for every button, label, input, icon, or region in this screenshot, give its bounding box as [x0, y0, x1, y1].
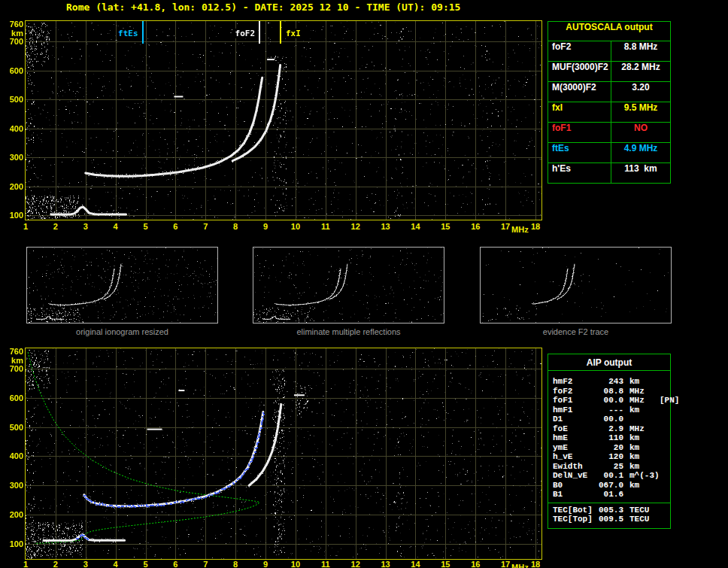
x-tick-label: 11 [319, 560, 332, 568]
x-tick-label: 11 [319, 222, 332, 231]
autoscala-row-value: 4.9 MHz [611, 143, 670, 163]
aip-extra [660, 481, 670, 491]
aip-unit: MHz [623, 424, 660, 434]
y-axis-unit-label: km [3, 356, 23, 365]
aip-unit: MHz [623, 396, 660, 405]
aip-extra: [PN] [660, 396, 679, 405]
y-tick-label: 200 [3, 182, 23, 191]
thumbnail-box [480, 247, 672, 323]
x-tick-label: 3 [79, 222, 93, 231]
aip-val: 08.8 [596, 387, 623, 396]
x-tick-label: 16 [469, 222, 482, 231]
autoscala-row-value: 9.5 MHz [611, 102, 670, 122]
aip-unit: km [623, 405, 660, 415]
aip-table-rows: hmF2243kmfoF208.8MHzfoF100.0MHz[PN]hmF1-… [548, 371, 670, 528]
y-tick-label: 700 [3, 37, 23, 46]
marker-label-ftes: ftEs [117, 29, 139, 38]
x-tick-label: 7 [199, 560, 212, 568]
autoscala-row-label: h'Es [548, 163, 611, 183]
x-tick-label: 16 [469, 560, 482, 568]
bottom-ionogram-plot [25, 348, 542, 560]
aip-val: 067.0 [596, 481, 623, 491]
x-axis-unit-label: MHz [511, 563, 529, 568]
aip-extra [660, 405, 670, 415]
aip-unit [623, 490, 660, 500]
x-tick-label: 6 [168, 222, 182, 231]
y-tick-label: 200 [3, 510, 23, 519]
aip-row-ewidth: Ewidth25km [553, 462, 670, 472]
aip-unit: TECU [623, 506, 660, 515]
autoscala-row-label: ftEs [548, 143, 611, 163]
thumbnail-canvas-eliminate [253, 248, 444, 323]
x-tick-label: 2 [49, 222, 62, 231]
autoscala-row-label: M(3000)F2 [548, 82, 611, 102]
autoscala-row-m-3000-f2: M(3000)F23.20 [548, 82, 670, 102]
thumbnail-evidence-f2-trace: evidence F2 trace [480, 247, 672, 336]
y-tick-label: 100 [3, 539, 23, 548]
y-tick-label: 600 [3, 393, 23, 402]
aip-label: D1 [553, 415, 596, 424]
aip-row-deln-ve: DelN_vE00.1m^(-3) [553, 471, 670, 481]
y-axis-unit-label: km [3, 29, 23, 38]
thumbnail-caption: evidence F2 trace [480, 327, 672, 336]
thumbnail-original-ionogram: original ionogram resized [26, 247, 218, 336]
x-tick-label: 3 [79, 560, 93, 568]
aip-label: hmF2 [553, 377, 596, 387]
aip-unit: km [623, 481, 660, 491]
x-tick-label: 8 [229, 222, 242, 231]
x-tick-label: 5 [139, 222, 153, 231]
aip-val: 120 [596, 452, 623, 462]
x-tick-label: 6 [168, 560, 182, 568]
autoscala-row-h-es: h'Es113 km [548, 163, 670, 183]
x-tick-label: 18 [529, 222, 542, 231]
aip-val: 110 [596, 433, 623, 443]
autoscala-row-fof2: foF28.8 MHz [548, 41, 670, 62]
x-tick-label: 9 [259, 560, 272, 568]
aip-unit: km [623, 462, 660, 472]
aip-val: 005.3 [596, 506, 623, 515]
aip-extra [660, 515, 670, 524]
aip-row-h-ve: h_vE120km [553, 452, 670, 462]
y-tick-label: 100 [3, 211, 23, 220]
y-tick-label: 400 [3, 124, 23, 133]
x-tick-label: 17 [499, 560, 512, 568]
y-tick-label: 500 [3, 95, 23, 104]
autoscala-row-muf-3000-f2: MUF(3000)F228.2 MHz [548, 62, 670, 82]
x-tick-label: 1 [19, 560, 32, 568]
marker-label-fof2: foF2 [235, 29, 256, 38]
x-tick-label: 12 [349, 560, 362, 568]
aip-label: B0 [553, 481, 596, 491]
autoscala-row-label: MUF(3000)F2 [548, 62, 611, 81]
aip-val: 25 [596, 462, 623, 472]
aip-row-tec-top-: TEC[Top]009.5TECU [553, 515, 670, 524]
autoscala-row-fxi: fxI9.5 MHz [548, 102, 670, 123]
aip-extra [660, 506, 670, 515]
x-tick-label: 18 [529, 560, 542, 568]
thumbnail-caption: original ionogram resized [26, 327, 218, 336]
x-tick-label: 15 [438, 222, 452, 231]
aip-label: foF2 [553, 387, 596, 396]
y-tick-label: 300 [3, 153, 23, 162]
x-tick-label: 14 [408, 560, 422, 568]
aip-unit: km [623, 443, 660, 453]
thumbnail-canvas-original [27, 248, 217, 323]
aip-row-hmf1: hmF1---km [553, 405, 670, 415]
x-tick-label: 17 [499, 222, 512, 231]
x-tick-label: 5 [139, 560, 153, 568]
aip-extra [660, 462, 670, 472]
x-tick-label: 15 [438, 560, 452, 568]
aip-row-hme: hmE110km [553, 433, 670, 443]
x-tick-label: 10 [289, 560, 302, 568]
y-tick-label: 760 [3, 20, 23, 29]
x-tick-label: 13 [379, 560, 393, 568]
marker-label-fxi: fxI [285, 29, 302, 38]
aip-extra [660, 490, 670, 500]
thumbnail-canvas-evidence [481, 248, 671, 323]
aip-extra [660, 387, 670, 396]
aip-label: hmE [553, 433, 596, 443]
aip-label: ymE [553, 443, 596, 453]
aip-row-fof1: foF100.0MHz[PN] [553, 396, 670, 405]
top-ionogram-plot: ftEsfoF2fxI [25, 20, 542, 220]
autoscala-row-value: 8.8 MHz [611, 41, 670, 61]
aip-extra [660, 424, 670, 434]
